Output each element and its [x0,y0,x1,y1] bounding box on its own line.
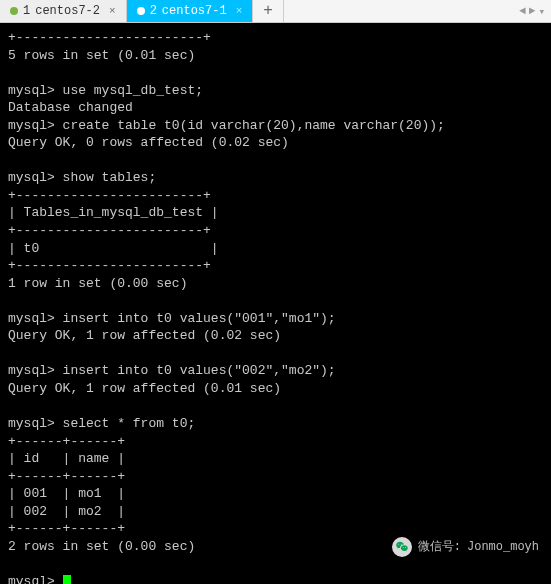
tab-nav: ◄ ► ▾ [519,5,551,18]
tab-label: centos7-2 [35,4,100,18]
tab-next-icon[interactable]: ► [529,5,536,17]
tab-bar: 1 centos7-2 × 2 centos7-1 × + ◄ ► ▾ [0,0,551,23]
watermark-prefix: 微信号: [418,538,461,555]
tab-prev-icon[interactable]: ◄ [519,5,526,17]
tab-index: 2 [150,4,157,18]
cursor [63,575,71,584]
tab-centos7-1[interactable]: 2 centos7-1 × [127,0,254,22]
new-tab-button[interactable]: + [253,0,284,22]
tab-centos7-2[interactable]: 1 centos7-2 × [0,0,127,22]
tab-list-icon[interactable]: ▾ [538,5,545,18]
status-dot-icon [137,7,145,15]
status-dot-icon [10,7,18,15]
tab-label: centos7-1 [162,4,227,18]
watermark: 微信号: Jonmo_moyh [392,537,539,557]
close-icon[interactable]: × [109,5,116,17]
wechat-icon [392,537,412,557]
tab-index: 1 [23,4,30,18]
terminal-output[interactable]: +------------------------+ 5 rows in set… [0,23,551,584]
close-icon[interactable]: × [236,5,243,17]
watermark-id: Jonmo_moyh [467,540,539,554]
